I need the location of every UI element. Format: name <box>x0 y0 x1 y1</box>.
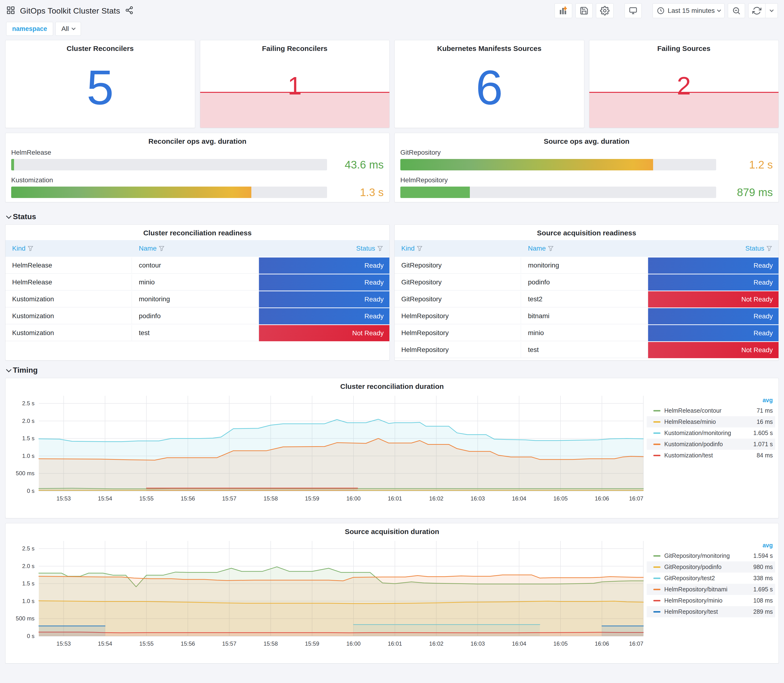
gauge-row: Kustomization 1.3 s <box>11 176 384 199</box>
legend-item[interactable]: HelmRelease/minio 16 ms <box>647 416 775 427</box>
series-name: HelmRepository/minio <box>664 597 744 604</box>
legend-item[interactable]: Kustomization/test 84 ms <box>647 450 775 461</box>
svg-text:1.5 s: 1.5 s <box>22 435 35 441</box>
cell-kind: HelmRepository <box>394 308 521 324</box>
svg-text:16:06: 16:06 <box>595 495 609 502</box>
series-avg-value: 108 ms <box>744 597 773 604</box>
column-header-status[interactable]: Status <box>648 240 779 257</box>
cell-kind: HelmRelease <box>5 258 132 274</box>
status-badge: Ready <box>648 308 779 324</box>
legend-item[interactable]: GitRepository/test2 338 ms <box>647 572 775 584</box>
svg-text:15:54: 15:54 <box>98 495 112 502</box>
section-timing[interactable]: Timing <box>0 362 784 378</box>
column-header-status[interactable]: Status <box>259 240 390 257</box>
legend-item[interactable]: HelmRepository/bitnami 1.695 s <box>647 584 775 595</box>
series-color-dash <box>653 444 661 445</box>
series-name: GitRepository/podinfo <box>664 564 744 571</box>
stat-panel-cluster-reconcilers[interactable]: Cluster Reconcilers 5 <box>5 40 195 128</box>
gauges-row: Reconciler ops avg. duration HelmRelease… <box>0 133 784 202</box>
legend-item[interactable]: Kustomization/podinfo 1.071 s <box>647 439 775 450</box>
gauge-panel-source-ops[interactable]: Source ops avg. duration GitRepository 1… <box>394 133 779 202</box>
chevron-down-icon <box>770 8 774 12</box>
time-series-plot: 0 s500 ms1.0 s1.5 s2.0 s2.5 s15:5315:541… <box>8 537 648 650</box>
table-panel-source-acquisition-readiness[interactable]: Source acquisition readiness Kind Name S… <box>394 224 779 361</box>
table-panel-cluster-reconciliation-readiness[interactable]: Cluster reconciliation readiness Kind Na… <box>5 224 390 361</box>
cell-name: test <box>132 325 259 341</box>
table-row: HelmRepository bitnami Ready <box>394 308 779 324</box>
cell-kind: Kustomization <box>5 308 132 324</box>
time-range-picker[interactable]: Last 15 minutes <box>653 3 725 18</box>
cell-kind: HelmRelease <box>5 274 132 290</box>
refresh-interval-dropdown[interactable] <box>765 3 778 18</box>
legend-item[interactable]: HelmRepository/minio 108 ms <box>647 595 775 606</box>
gauge-value: 879 ms <box>723 186 773 199</box>
stat-panel-failing-sources[interactable]: Failing Sources 2 <box>589 40 779 128</box>
cycle-view-mode-button[interactable] <box>625 3 642 18</box>
svg-text:16:05: 16:05 <box>553 495 568 502</box>
chevron-down-icon <box>6 367 12 372</box>
section-status[interactable]: Status <box>0 208 784 224</box>
zoom-out-time-button[interactable] <box>728 3 745 18</box>
gauge-panel-reconciler-ops[interactable]: Reconciler ops avg. duration HelmRelease… <box>5 133 390 202</box>
dashboard-settings-button[interactable] <box>596 3 614 18</box>
svg-text:2.0 s: 2.0 s <box>22 563 35 569</box>
series-avg-value: 289 ms <box>744 608 773 615</box>
add-panel-button[interactable] <box>555 3 572 18</box>
gauge-label: HelmRelease <box>11 149 384 156</box>
legend-avg-header[interactable]: avg <box>647 541 775 550</box>
legend-item[interactable]: Kustomization/monitoring 1.605 s <box>647 427 775 439</box>
column-header-name[interactable]: Name <box>521 240 648 257</box>
table-row: HelmRepository test Not Ready <box>394 342 779 358</box>
legend-item[interactable]: GitRepository/podinfo 980 ms <box>647 561 775 572</box>
series-name: HelmRelease/minio <box>664 418 744 425</box>
gauge-label: Kustomization <box>11 176 384 184</box>
share-icon[interactable] <box>125 6 133 16</box>
cell-name: monitoring <box>521 258 648 274</box>
stat-panel-kubernetes-manifests-sources[interactable]: Kubernetes Manifests Sources 6 <box>394 40 584 128</box>
panel-title: Cluster Reconcilers <box>5 40 195 53</box>
svg-text:1.0 s: 1.0 s <box>22 453 35 459</box>
svg-text:1.5 s: 1.5 s <box>22 580 35 587</box>
svg-text:15:57: 15:57 <box>222 640 236 647</box>
chevron-down-icon <box>717 8 721 12</box>
svg-text:16:02: 16:02 <box>429 640 443 647</box>
cell-kind: Kustomization <box>5 325 132 341</box>
gauge-fill <box>400 187 470 198</box>
series-avg-value: 84 ms <box>744 452 773 459</box>
panel-title: Failing Sources <box>589 40 779 53</box>
cell-name: bitnami <box>521 308 648 324</box>
gauge-track <box>400 159 716 170</box>
variable-namespace-select[interactable]: All <box>56 22 81 36</box>
column-header-name[interactable]: Name <box>132 240 259 257</box>
gauge-row: GitRepository 1.2 s <box>400 149 773 171</box>
svg-text:16:00: 16:00 <box>346 495 361 502</box>
table-row: HelmRelease contour Ready <box>5 258 390 274</box>
series-avg-value: 16 ms <box>744 418 773 425</box>
status-badge: Ready <box>259 291 390 308</box>
table-header-row: Kind Name Status <box>394 240 779 257</box>
status-badge: Ready <box>259 308 390 324</box>
chart-panel-cluster-reconciliation-duration[interactable]: Cluster reconciliation duration 0 s500 m… <box>5 378 779 518</box>
legend-avg-header[interactable]: avg <box>647 396 775 405</box>
column-header-kind[interactable]: Kind <box>5 240 132 257</box>
gauge-value: 1.3 s <box>334 186 384 199</box>
gauge-value: 43.6 ms <box>334 158 384 171</box>
status-badge: Not Ready <box>648 342 779 358</box>
refresh-button[interactable] <box>748 3 765 18</box>
series-name: Kustomization/test <box>664 452 744 459</box>
legend-item[interactable]: GitRepository/monitoring 1.594 s <box>647 550 775 561</box>
column-header-kind[interactable]: Kind <box>394 240 521 257</box>
legend-item[interactable]: HelmRelease/contour 71 ms <box>647 405 775 416</box>
table-row: Kustomization podinfo Ready <box>5 308 390 324</box>
status-badge: Ready <box>259 258 390 274</box>
table-row: Kustomization monitoring Ready <box>5 291 390 308</box>
svg-text:16:03: 16:03 <box>471 495 485 502</box>
save-dashboard-button[interactable] <box>576 3 593 18</box>
cell-name: test <box>521 342 648 358</box>
legend-item[interactable]: HelmRepository/test 289 ms <box>647 606 775 617</box>
panel-title: Cluster reconciliation duration <box>5 378 779 391</box>
svg-text:15:55: 15:55 <box>139 495 154 502</box>
stat-panel-failing-reconcilers[interactable]: Failing Reconcilers 1 <box>200 40 390 128</box>
chart-panel-source-acquisition-duration[interactable]: Source acquisition duration 0 s500 ms1.0… <box>5 523 779 664</box>
gauge-track <box>11 187 327 198</box>
